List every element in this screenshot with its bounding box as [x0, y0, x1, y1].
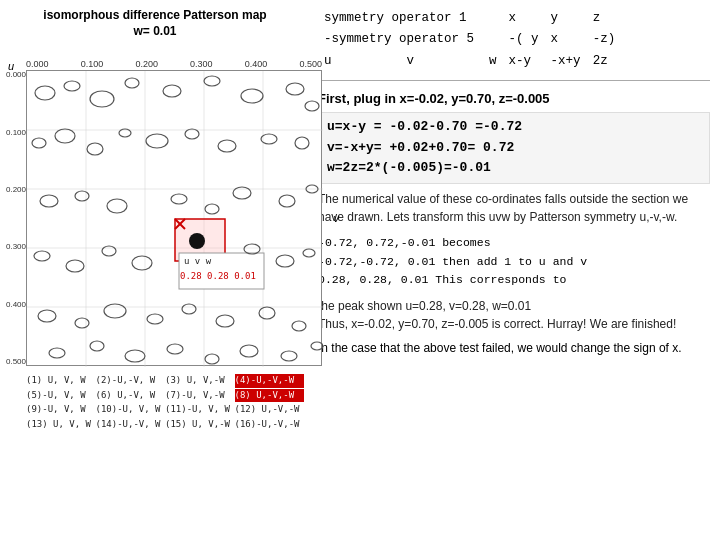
svg-point-24	[261, 134, 277, 144]
plugin-title: First, plug in x=-0.02, y=0.70, z=-0.005	[318, 91, 710, 106]
op2-label: -symmetry operator 5	[318, 29, 503, 50]
left-panel: isomorphous difference Patterson map w= …	[0, 0, 310, 540]
svg-point-63	[311, 342, 323, 350]
svg-point-14	[241, 89, 263, 103]
svg-point-42	[66, 260, 84, 272]
op-row-1: symmetry operator 1 x y z	[318, 8, 621, 29]
final-block: the peak shown u=0.28, v=0.28, w=0.01 Th…	[318, 297, 710, 333]
svg-point-53	[216, 315, 234, 327]
calc-block: u=x-y = -0.02-0.70 =-0.72 v=-x+y= +0.02+…	[318, 112, 710, 184]
svg-point-30	[205, 204, 219, 214]
calc-line-2: v=-x+y= +0.02+0.70= 0.72	[327, 138, 701, 159]
svg-point-19	[87, 143, 103, 155]
mono-line-2: -0.72,-0.72, 0.01 then add 1 to u and v	[318, 253, 710, 271]
tick-labels-top: 0.000 0.100 0.200 0.300 0.400 0.500	[26, 59, 322, 69]
u-axis-label: u	[8, 60, 14, 72]
op-row-3: u v w x-y -x+y 2z	[318, 51, 621, 72]
svg-point-51	[147, 314, 163, 324]
final-para2: the peak shown u=0.28, v=0.28, w=0.01	[318, 297, 710, 315]
svg-point-44	[132, 256, 152, 270]
incase-para: In the case that the above test failed, …	[318, 339, 710, 357]
op1-x: x	[503, 8, 545, 29]
svg-point-61	[240, 345, 258, 357]
svg-point-13	[204, 76, 220, 86]
svg-point-8	[35, 86, 55, 100]
svg-point-62	[281, 351, 297, 361]
sym-grid: (1) U, V, W (2)-U,-V, W (3) U, V,-W (4)-…	[26, 374, 304, 431]
svg-point-21	[146, 134, 168, 148]
svg-point-54	[259, 307, 275, 319]
svg-point-48	[38, 310, 56, 322]
svg-point-32	[279, 195, 295, 207]
op2-suffix: -z)	[587, 29, 622, 50]
svg-point-46	[276, 255, 294, 267]
op-row-2: -symmetry operator 5 -( y x -z)	[318, 29, 621, 50]
mono-line-1: -0.72, 0.72,-0.01 becomes	[318, 234, 710, 252]
map-wrapper: 0.000 0.100 0.200 0.300 0.400 0.500 u 0.…	[6, 59, 304, 366]
svg-point-57	[90, 341, 104, 351]
svg-point-9	[64, 81, 80, 91]
mono-line-3: 0.28, 0.28, 0.01 This corresponds to	[318, 271, 710, 289]
left-axis: u 0.000 0.100 0.200 0.300 0.400 0.500	[6, 70, 26, 366]
map-container: u v w 0.28 0.28 0.01	[26, 70, 322, 366]
svg-point-59	[167, 344, 183, 354]
svg-point-60	[205, 354, 219, 364]
svg-point-56	[49, 348, 65, 358]
svg-text:u      v      w: u v w	[184, 256, 212, 266]
op3-expr2: -x+y	[545, 51, 587, 72]
op3-expr1: x-y	[503, 51, 545, 72]
svg-point-15	[286, 83, 304, 95]
svg-point-12	[163, 85, 181, 97]
right-panel: symmetry operator 1 x y z -symmetry oper…	[310, 0, 720, 540]
op3-expr3: 2z	[587, 51, 622, 72]
desc-para1: The numerical value of these co-ordinate…	[318, 190, 710, 226]
svg-point-50	[104, 304, 126, 318]
op1-label: symmetry operator 1	[318, 8, 503, 29]
svg-point-52	[182, 304, 196, 314]
svg-point-29	[171, 194, 187, 204]
symmetry-list: (1) U, V, W (2)-U,-V, W (3) U, V,-W (4)-…	[26, 374, 304, 431]
operators-block: symmetry operator 1 x y z -symmetry oper…	[318, 8, 710, 72]
patterson-map-svg: u v w 0.28 0.28 0.01	[27, 71, 323, 367]
svg-point-25	[295, 137, 309, 149]
svg-point-18	[55, 129, 75, 143]
svg-point-41	[34, 251, 50, 261]
svg-point-23	[218, 140, 236, 152]
operators-table: symmetry operator 1 x y z -symmetry oper…	[318, 8, 621, 72]
v-axis-label: v	[334, 212, 340, 224]
divider-1	[318, 80, 710, 81]
op3-uvw: u v w	[318, 51, 503, 72]
op1-z: z	[587, 8, 622, 29]
final-para3: Thus, x=-0.02, y=0.70, z=-0.005 is corre…	[318, 315, 710, 333]
op2-prefix: -( y	[503, 29, 545, 50]
svg-point-16	[305, 101, 319, 111]
sym-8-highlighted: (8) U,-V,-W	[235, 389, 305, 403]
mono-lines: -0.72, 0.72,-0.01 becomes -0.72,-0.72, 0…	[318, 234, 710, 289]
svg-point-11	[125, 78, 139, 88]
map-title: isomorphous difference Patterson map w= …	[6, 8, 304, 39]
svg-point-49	[75, 318, 89, 328]
svg-point-27	[75, 191, 89, 201]
map-title-line1: isomorphous difference Patterson map	[43, 8, 266, 22]
tick-labels-left: 0.000 0.100 0.200 0.300 0.400 0.500	[6, 70, 26, 366]
svg-point-37	[189, 233, 205, 249]
op2-x: x	[545, 29, 587, 50]
calc-line-3: w=2z=2*(-0.005)=-0.01	[327, 158, 701, 179]
svg-point-43	[102, 246, 116, 256]
svg-point-17	[32, 138, 46, 148]
svg-point-10	[90, 91, 114, 107]
svg-point-47	[303, 249, 315, 257]
svg-point-28	[107, 199, 127, 213]
map-row: u 0.000 0.100 0.200 0.300 0.400 0.500	[6, 70, 304, 366]
op1-y: y	[545, 8, 587, 29]
svg-point-55	[292, 321, 306, 331]
calc-line-1: u=x-y = -0.02-0.70 =-0.72	[327, 117, 701, 138]
sym-4-highlighted: (4)-U,-V,-W	[235, 374, 305, 388]
svg-point-22	[185, 129, 199, 139]
map-title-line2: w= 0.01	[133, 24, 176, 38]
svg-point-26	[40, 195, 58, 207]
svg-text:0.28  0.28  0.01: 0.28 0.28 0.01	[180, 271, 256, 281]
svg-point-58	[125, 350, 145, 362]
